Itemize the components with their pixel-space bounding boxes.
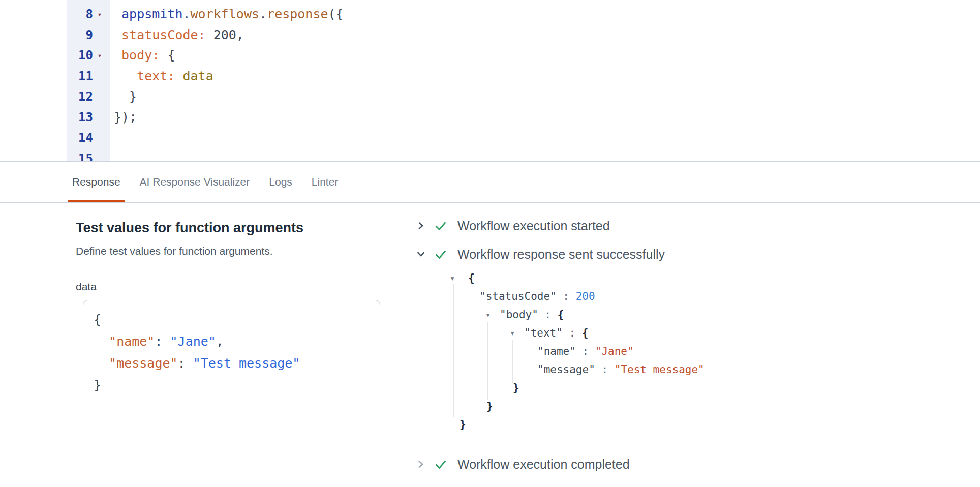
test-values-subtitle: Define test values for function argument… xyxy=(76,245,397,257)
code-fold-icon[interactable]: ▾ xyxy=(93,51,106,59)
tree-token: "name" xyxy=(537,345,576,357)
chevron-right-icon[interactable] xyxy=(416,459,426,469)
tree-token: { xyxy=(582,327,589,339)
tree-row: } xyxy=(450,415,980,434)
chevron-right-icon[interactable] xyxy=(416,221,426,231)
log-row-label: Workflow execution completed xyxy=(457,457,630,472)
tree-row: } xyxy=(450,379,980,397)
code-line-11[interactable]: text: data xyxy=(114,66,980,87)
test-values-panel: Test values for function arguments Defin… xyxy=(67,203,397,486)
code-line-12[interactable]: } xyxy=(114,86,980,107)
code-fold-icon[interactable]: ▾ xyxy=(93,10,106,18)
success-check-icon xyxy=(434,248,447,261)
code-line-13[interactable]: }); xyxy=(114,107,980,128)
line-number-13: 13 xyxy=(67,107,110,128)
editor-code-area[interactable]: appsmith.workflows.response({ statusCode… xyxy=(114,0,980,161)
tree-token: "Jane" xyxy=(595,345,634,357)
tree-row: "message" : "Test message" xyxy=(450,360,980,379)
tree-token: : xyxy=(576,345,595,357)
log-row-execution-completed[interactable]: Workflow execution completed xyxy=(416,456,980,472)
tree-token: : xyxy=(538,309,558,321)
code-line-10[interactable]: body: { xyxy=(114,45,980,66)
line-number-9: 9 xyxy=(67,25,110,46)
tree-collapse-triangle-icon[interactable]: ▾ xyxy=(485,306,491,324)
data-field-label: data xyxy=(76,281,397,293)
tree-collapse-triangle-icon[interactable]: ▾ xyxy=(510,324,515,342)
tree-row: ▾{ xyxy=(450,269,980,287)
bottom-pane-tab-bar: ResponseAI Response VisualizerLogsLinter xyxy=(0,162,980,203)
log-row-response-sent[interactable]: Workflow response sent successfully xyxy=(416,247,980,262)
line-number-8[interactable]: 8▾ xyxy=(67,4,110,25)
test-values-title: Test values for function arguments xyxy=(76,220,397,236)
tree-token: "body" xyxy=(500,309,538,321)
code-line-15[interactable] xyxy=(114,148,980,162)
success-check-icon xyxy=(434,220,447,232)
tree-token: "message" xyxy=(537,363,595,376)
tree-token: { xyxy=(558,309,564,321)
tree-token: } xyxy=(513,382,519,394)
data-json-input[interactable]: { "name": "Jane", "message": "Test messa… xyxy=(83,300,380,486)
line-number-15: 15 xyxy=(67,148,110,162)
code-line-14[interactable] xyxy=(114,128,980,148)
line-number-11: 11 xyxy=(67,66,110,87)
tree-token: "Test message" xyxy=(615,363,705,376)
line-number-14: 14 xyxy=(67,128,110,148)
log-row-execution-started[interactable]: Workflow execution started xyxy=(416,218,980,233)
tree-token: "text" xyxy=(524,327,563,339)
left-margin-spacer xyxy=(0,203,67,486)
tree-token: : xyxy=(595,363,615,376)
line-number-12: 12 xyxy=(67,86,110,107)
line-number-10[interactable]: 10▾ xyxy=(67,45,110,66)
code-editor[interactable]: 8▾910▾1112131415 appsmith.workflows.resp… xyxy=(0,0,980,162)
tree-row: ▾"text" : { xyxy=(450,324,980,342)
bottom-pane-content: Test values for function arguments Defin… xyxy=(0,203,980,486)
chevron-down-icon[interactable] xyxy=(416,249,426,259)
code-line-8[interactable]: appsmith.workflows.response({ xyxy=(114,4,980,25)
tree-row: ▾"body" : { xyxy=(450,306,980,324)
tab-linter[interactable]: Linter xyxy=(308,162,343,202)
tree-row: } xyxy=(450,397,980,415)
execution-log-panel: Workflow execution started Workflow resp… xyxy=(397,203,980,486)
tab-logs[interactable]: Logs xyxy=(265,162,296,202)
tree-collapse-triangle-icon[interactable]: ▾ xyxy=(450,269,455,287)
tree-token: } xyxy=(460,418,466,431)
tree-token: } xyxy=(486,400,493,412)
code-line-9[interactable]: statusCode: 200, xyxy=(114,25,980,46)
tab-response[interactable]: Response xyxy=(68,162,125,202)
tree-token: : xyxy=(557,290,576,302)
tree-token: { xyxy=(468,272,475,284)
tree-token: : xyxy=(563,327,582,339)
response-json-tree: ▾{"statusCode" : 200▾"body" : {▾"text" :… xyxy=(450,269,980,434)
editor-gutter: 8▾910▾1112131415 xyxy=(67,0,110,161)
tree-row: "name" : "Jane" xyxy=(450,342,980,360)
success-check-icon xyxy=(434,458,447,471)
log-row-label: Workflow execution started xyxy=(457,219,610,233)
tree-token: "statusCode" xyxy=(479,290,557,302)
tree-token: 200 xyxy=(576,290,595,302)
tree-row: "statusCode" : 200 xyxy=(450,287,980,306)
tab-ai-response-visualizer[interactable]: AI Response Visualizer xyxy=(136,162,254,202)
log-row-label: Workflow response sent successfully xyxy=(457,247,665,262)
